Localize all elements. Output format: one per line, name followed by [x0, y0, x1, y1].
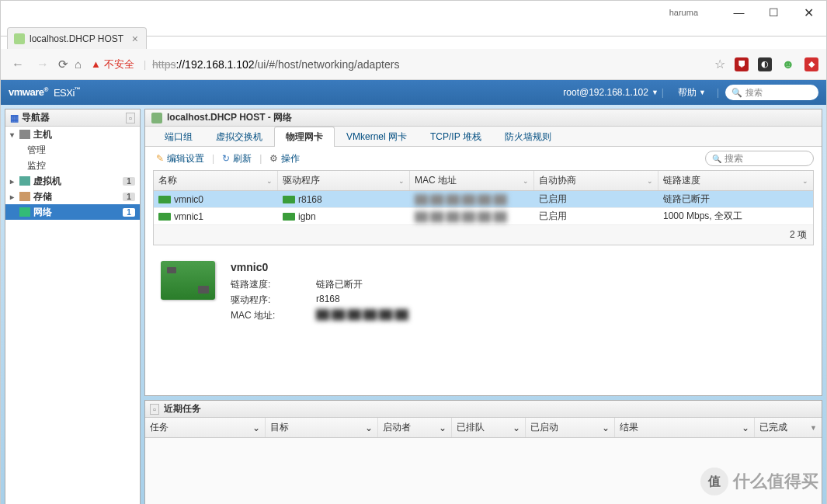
url-input[interactable]: https://192.168.1.102/ui/#/host/networki… [152, 58, 708, 71]
nav-item-manage[interactable]: 管理 [5, 142, 140, 158]
nav-item-host[interactable]: ▾ 主机 [5, 127, 140, 142]
search-icon: 🔍 [712, 155, 721, 163]
tasks-grid-header: 任务⌄ 目标⌄ 启动者⌄ 已排队⌄ 已启动⌄ 结果⌄ 已完成▼ [145, 418, 822, 438]
sort-icon: ⌄ [365, 422, 373, 433]
esxi-topbar: vmware® ESXi™ root@192.168.1.102 ▼ | 帮助 … [1, 80, 826, 105]
ext-shield-icon[interactable]: ◆ [804, 57, 818, 71]
sort-icon: ⌄ [252, 422, 260, 433]
url-scheme: https [152, 58, 175, 71]
warning-icon: ▲ [91, 58, 101, 70]
nav-label: 管理 [27, 144, 46, 157]
tasks-title-bar: ▫ 近期任务 [145, 401, 822, 418]
nav-item-network[interactable]: ▸ 网络 1 [5, 204, 140, 220]
chevron-down-icon: ▼ [652, 89, 658, 96]
col-queued[interactable]: 已排队⌄ [452, 418, 526, 437]
col-name[interactable]: 名称⌄ [154, 171, 278, 190]
host-icon [19, 130, 30, 139]
detail-speed-value: 链路已断开 [316, 278, 363, 291]
address-bar: ← → ⟳ ⌂ ▲ 不安全 | https://192.168.1.102/ui… [1, 49, 826, 80]
logo-brand: vmware [9, 87, 43, 99]
nav-item-vm[interactable]: ▸ 虚拟机 1 [5, 173, 140, 189]
esxi-app: vmware® ESXi™ root@192.168.1.102 ▼ | 帮助 … [1, 80, 826, 504]
chevron-down-icon: ▼ [810, 424, 817, 432]
col-speed[interactable]: 链路速度⌄ [658, 171, 813, 190]
sort-icon: ⌄ [602, 422, 610, 433]
nav-label: 监控 [27, 159, 46, 172]
home-button[interactable]: ⌂ [75, 57, 82, 71]
sort-icon: ⌄ [398, 177, 405, 185]
col-target[interactable]: 目标⌄ [266, 418, 378, 437]
nic-icon [158, 196, 171, 203]
url-host: ://192.168.1.102 [175, 58, 254, 71]
col-auto[interactable]: 自动协商⌄ [534, 171, 658, 190]
url-path: /ui/#/host/networking/adapters [255, 58, 400, 71]
pencil-icon: ✎ [156, 153, 164, 164]
expand-icon: ▸ [10, 177, 16, 186]
help-menu-button[interactable]: 帮助 ▼ [678, 86, 706, 99]
sort-icon: ⌄ [513, 422, 520, 433]
watermark: 值 什么值得买 [700, 468, 818, 495]
nav-forward-button[interactable]: → [33, 57, 52, 71]
expand-icon: ▸ [10, 193, 16, 201]
tab-physical-nics[interactable]: 物理网卡 [274, 127, 335, 147]
tab-vmkernel[interactable]: VMkernel 网卡 [335, 127, 419, 147]
tab-tcpip[interactable]: TCP/IP 堆栈 [419, 127, 493, 147]
navigator-title: 导航器 [22, 111, 50, 124]
window-close-button[interactable]: ✕ [791, 1, 826, 24]
grid-search-input[interactable]: 🔍 搜索 [705, 151, 814, 166]
browser-tab[interactable]: localhost.DHCP HOST × [7, 27, 147, 49]
window-minimize-button[interactable]: — [721, 1, 756, 24]
user-menu-button[interactable]: root@192.168.1.102 ▼ [563, 87, 658, 98]
reload-button[interactable]: ⟳ [58, 57, 68, 71]
security-indicator[interactable]: ▲ 不安全 [88, 57, 137, 71]
navigator-collapse-button[interactable]: ▫ [126, 113, 135, 123]
edit-settings-button[interactable]: ✎编辑设置 [153, 151, 207, 167]
table-row[interactable]: vmnic0 r8168 ██:██:██:██:██:██ 已启用 链路已断开 [154, 191, 813, 208]
nav-back-button[interactable]: ← [9, 57, 27, 71]
tab-portgroups[interactable]: 端口组 [153, 127, 204, 147]
actions-button[interactable]: ⚙操作 [266, 151, 303, 167]
panel-title-bar: localhost.DHCP HOST - 网络 [145, 109, 822, 127]
search-icon: 🔍 [731, 88, 742, 98]
sort-icon: ⌄ [742, 422, 749, 433]
search-placeholder: 搜索 [745, 87, 763, 99]
col-initiator[interactable]: 启动者⌄ [378, 418, 452, 437]
host-icon [151, 113, 162, 123]
bookmark-star-icon[interactable]: ☆ [714, 57, 725, 71]
navigator-tree: ▾ 主机 管理 监控 ▸ 虚拟机 1 ▸ 存储 [5, 127, 140, 504]
tab-firewall[interactable]: 防火墙规则 [493, 127, 563, 147]
col-task[interactable]: 任务⌄ [145, 418, 266, 437]
col-started[interactable]: 已启动⌄ [526, 418, 615, 437]
refresh-button[interactable]: ↻刷新 [219, 151, 255, 167]
ext-drama-icon[interactable]: ☻ [781, 57, 795, 71]
tab-close-button[interactable]: × [130, 33, 140, 45]
ext-ublock-icon[interactable]: ⛊ [735, 57, 749, 71]
nic-card-icon [161, 261, 215, 300]
collapse-icon: ▾ [10, 130, 16, 139]
nav-item-storage[interactable]: ▸ 存储 1 [5, 189, 140, 204]
tasks-collapse-button[interactable]: ▫ [150, 404, 159, 415]
ext-dark-icon[interactable]: ◐ [758, 57, 772, 71]
topbar-search-input[interactable]: 🔍 搜索 [725, 85, 818, 100]
nic-icon [283, 213, 295, 221]
gear-icon: ⚙ [269, 153, 278, 164]
logo-product: ESXi [54, 87, 75, 99]
col-driver[interactable]: 驱动程序⌄ [278, 171, 410, 190]
sort-icon: ⌄ [802, 177, 808, 185]
nav-item-monitor[interactable]: 监控 [5, 158, 140, 173]
navigator-title-bar: ▦ 导航器 ▫ [5, 109, 140, 127]
col-result[interactable]: 结果⌄ [615, 418, 755, 437]
col-mac[interactable]: MAC 地址⌄ [410, 171, 534, 190]
window-user-label: haruma [669, 8, 698, 17]
toolbar-separator: | [212, 153, 214, 164]
toolbar: ✎编辑设置 | ↻刷新 | ⚙操作 🔍 搜索 [145, 147, 822, 170]
col-completed[interactable]: 已完成▼ [755, 418, 822, 437]
sort-icon: ⌄ [439, 422, 447, 433]
sort-icon: ⌄ [523, 177, 529, 185]
topbar-separator: | [717, 87, 719, 98]
tab-vswitches[interactable]: 虚拟交换机 [204, 127, 274, 147]
window-maximize-button[interactable]: ☐ [756, 1, 791, 24]
datagrid-footer: 2 项 [154, 225, 813, 245]
detail-driver-label: 驱动程序: [231, 294, 316, 307]
table-row[interactable]: vmnic1 igbn ██:██:██:██:██:██ 已启用 1000 M… [154, 208, 813, 225]
